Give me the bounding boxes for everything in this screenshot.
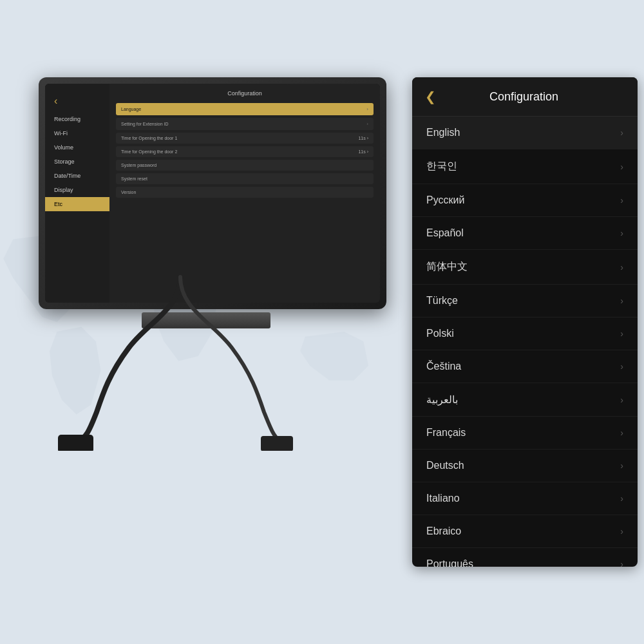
language-item[interactable]: Português ›: [412, 548, 638, 567]
sidebar-etc[interactable]: Etc: [45, 197, 109, 211]
language-item[interactable]: Español ›: [412, 217, 638, 250]
config-header: ❮ Configuration: [412, 77, 638, 117]
language-item[interactable]: 简体中文 ›: [412, 250, 638, 285]
chevron-right-icon: ›: [620, 262, 623, 272]
sidebar-display[interactable]: Display: [45, 183, 109, 197]
language-item[interactable]: Čeština ›: [412, 350, 638, 383]
language-list: English › 한국인 › Русский › Español › 简体中文…: [412, 117, 638, 567]
screen-menu-door2[interactable]: Time for Opening the door 2 11s ›: [116, 146, 374, 157]
chevron-right-icon: ›: [620, 428, 623, 438]
sidebar-storage[interactable]: Storage: [45, 155, 109, 169]
sidebar-recording[interactable]: Recording: [45, 112, 109, 126]
screen-back-button[interactable]: ‹: [45, 90, 109, 112]
screen-menu-password[interactable]: System password: [116, 160, 374, 171]
screen-main: Configuration Language › Setting for Ext…: [109, 84, 380, 303]
language-item[interactable]: Deutsch ›: [412, 450, 638, 482]
language-label: Deutsch: [426, 460, 464, 471]
screen-menu-language[interactable]: Language ›: [116, 103, 374, 115]
config-panel-title: Configuration: [442, 90, 625, 104]
chevron-right-icon: ›: [620, 228, 623, 238]
svg-rect-3: [261, 436, 293, 451]
language-item[interactable]: Polski ›: [412, 317, 638, 350]
screen-menu-door1[interactable]: Time for Opening the door 1 11s ›: [116, 133, 374, 144]
config-panel: ❮ Configuration English › 한국인 › Русский …: [412, 77, 638, 567]
language-label: Türkçe: [426, 295, 458, 307]
language-item[interactable]: Français ›: [412, 417, 638, 450]
language-label: Русский: [426, 194, 464, 206]
chevron-right-icon: ›: [620, 128, 623, 138]
device-section: ‹ Recording Wi-Fi Volume Storage Date/Ti…: [13, 77, 412, 515]
language-item[interactable]: Ebraico ›: [412, 515, 638, 548]
language-item[interactable]: 한국인 ›: [412, 149, 638, 184]
chevron-right-icon: ›: [620, 460, 623, 471]
language-label: Čeština: [426, 361, 461, 372]
sidebar-wifi[interactable]: Wi-Fi: [45, 126, 109, 140]
sidebar-volume[interactable]: Volume: [45, 140, 109, 155]
language-item[interactable]: Türkçe ›: [412, 285, 638, 317]
language-item[interactable]: English ›: [412, 117, 638, 149]
chevron-right-icon: ›: [620, 195, 623, 205]
language-label: Italiano: [426, 493, 460, 504]
chevron-right-icon: ›: [620, 361, 623, 372]
chevron-right-icon: ›: [620, 559, 623, 567]
screen-menu-version[interactable]: Version: [116, 187, 374, 198]
chevron-right-icon: ›: [620, 162, 623, 172]
chevron-right-icon: ›: [620, 296, 623, 306]
config-back-button[interactable]: ❮: [425, 89, 436, 104]
chevron-right-icon: ›: [620, 328, 623, 339]
language-label: Polski: [426, 328, 454, 339]
chevron-right-icon: ›: [620, 493, 623, 504]
screen-sidebar: ‹ Recording Wi-Fi Volume Storage Date/Ti…: [45, 84, 109, 303]
language-label: 简体中文: [426, 260, 468, 274]
language-label: Français: [426, 427, 466, 439]
language-label: بالعربية: [426, 393, 458, 406]
language-item[interactable]: Italiano ›: [412, 482, 638, 515]
cable-area: [52, 270, 309, 451]
screen-menu-reset[interactable]: System reset: [116, 173, 374, 184]
language-label: English: [426, 127, 460, 138]
language-item[interactable]: Русский ›: [412, 184, 638, 217]
language-label: Español: [426, 227, 464, 239]
cable-svg: [52, 270, 309, 451]
monitor-screen: ‹ Recording Wi-Fi Volume Storage Date/Ti…: [45, 84, 380, 303]
language-label: Ebraico: [426, 526, 461, 537]
svg-rect-0: [58, 435, 93, 451]
screen-menu-extension[interactable]: Setting for Extension ID ›: [116, 118, 374, 130]
screen-config-title: Configuration: [116, 90, 374, 97]
chevron-right-icon: ›: [620, 395, 623, 405]
language-label: Português: [426, 558, 473, 567]
language-item[interactable]: بالعربية ›: [412, 383, 638, 417]
language-label: 한국인: [426, 160, 457, 173]
chevron-right-icon: ›: [620, 526, 623, 536]
sidebar-datetime[interactable]: Date/Time: [45, 169, 109, 183]
